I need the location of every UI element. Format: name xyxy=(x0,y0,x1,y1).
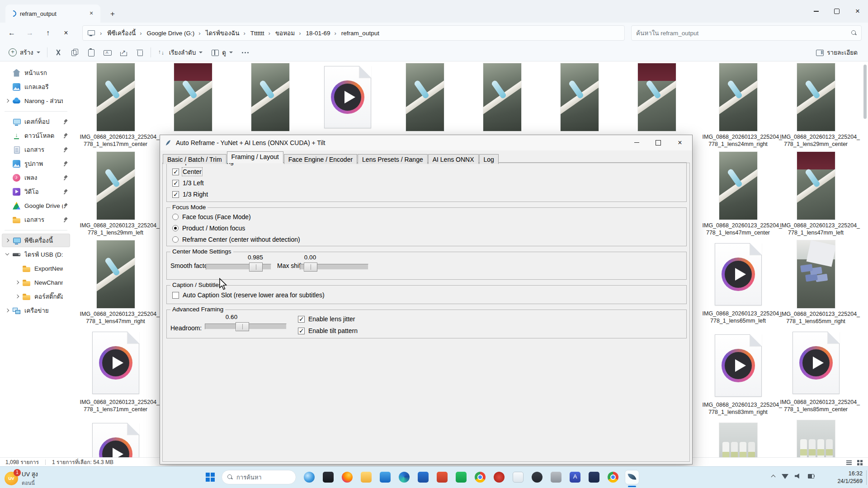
taskbar-weather-widget[interactable]: UV 1 UV สูง ตอนนี้ xyxy=(5,469,38,487)
dark-app-icon[interactable] xyxy=(321,470,335,484)
checkbox-box[interactable] xyxy=(172,292,179,299)
sidebar-item[interactable]: หน้าแรก xyxy=(2,66,70,80)
firefox-icon[interactable] xyxy=(340,470,354,484)
taskbar-search-input[interactable] xyxy=(236,474,286,481)
chevron-icon[interactable] xyxy=(5,98,10,103)
checkbox-box[interactable] xyxy=(172,180,179,187)
checkbox-one-third-left[interactable]: 1/3 Left xyxy=(172,179,204,187)
breadcrumb-item[interactable]: ขอหอม › xyxy=(273,26,302,40)
file-item[interactable]: IMG_0868_20260123_225204_ 778_1_lens83mm… xyxy=(699,334,777,423)
checkbox-enable-lens-jitter[interactable]: Enable lens jitter xyxy=(298,315,355,323)
radio-product-motion-focus[interactable]: Product / Motion focus xyxy=(172,225,245,232)
checkbox-box[interactable] xyxy=(298,316,305,323)
file-item[interactable]: IMG_0868_20260123_225204_ 778_1_lens47mm… xyxy=(77,240,154,329)
dialog-tab[interactable]: Face Engine / Encoder xyxy=(284,154,357,164)
vertical-scrollbar[interactable] xyxy=(863,63,867,456)
explorer-search-input[interactable] xyxy=(636,30,851,37)
volume-icon[interactable] xyxy=(795,473,802,479)
stop-refresh-button[interactable]: × xyxy=(58,25,74,41)
dialog-tab[interactable]: Lens Presets / Range xyxy=(358,154,428,164)
file-item[interactable]: IMG_0868_20260123_225204_ 778_1_lens65mm… xyxy=(699,243,777,332)
thumbnail-view-icon[interactable] xyxy=(856,459,863,466)
red-circle-app-icon[interactable] xyxy=(492,470,506,484)
new-tab-button[interactable]: + xyxy=(107,8,118,20)
new-button[interactable]: สร้าง xyxy=(5,45,44,60)
dialog-tab[interactable]: Framing / Layout xyxy=(227,151,283,163)
back-button[interactable]: ← xyxy=(4,25,20,41)
file-item[interactable] xyxy=(618,63,695,133)
file-item[interactable] xyxy=(231,63,309,133)
chevron-icon[interactable] xyxy=(14,280,20,285)
chevron-icon[interactable] xyxy=(5,308,10,313)
more-options-button[interactable] xyxy=(237,45,253,60)
document-app-icon[interactable] xyxy=(511,470,525,484)
wifi-icon[interactable] xyxy=(782,473,788,479)
dialog-close-button[interactable]: × xyxy=(670,136,689,149)
max-shift-slider[interactable] xyxy=(300,264,368,270)
explorer-search-box[interactable] xyxy=(631,25,862,41)
file-item[interactable] xyxy=(463,63,541,133)
cut-button[interactable] xyxy=(50,45,66,60)
smooth-factor-slider[interactable] xyxy=(206,264,271,270)
breadcrumb-item[interactable]: Ttttttt › xyxy=(248,28,272,38)
delete-button[interactable] xyxy=(132,45,148,60)
view-button[interactable]: ดู xyxy=(207,45,237,60)
chevron-icon[interactable] xyxy=(5,252,10,257)
sidebar-item[interactable]: Narong - ส่วนบุคคล xyxy=(2,94,70,108)
breadcrumb-item[interactable]: Google Drive (G:) › xyxy=(144,28,202,38)
radio-circle[interactable] xyxy=(172,214,179,220)
sidebar-item[interactable]: ExportNewChanel xyxy=(2,262,70,275)
dialog-tab[interactable]: Basic / Batch / Trim xyxy=(163,154,226,164)
dialog-titlebar[interactable]: Auto Reframe - YuNet + AI Lens (ONNX CUD… xyxy=(160,135,692,150)
headroom-slider[interactable] xyxy=(205,324,287,329)
file-item[interactable] xyxy=(309,63,386,133)
breadcrumb-item[interactable]: refram_output › xyxy=(339,28,382,38)
maximize-button[interactable] xyxy=(826,0,847,23)
store-icon[interactable] xyxy=(378,470,392,484)
file-item[interactable] xyxy=(541,63,618,133)
slider-handle[interactable] xyxy=(304,263,317,272)
breadcrumb[interactable]: › พีซีเครื่องนี้ › Google Drive (G:) › ไ… xyxy=(82,25,625,41)
python-feather-icon[interactable] xyxy=(625,470,639,484)
sidebar-item[interactable]: เดสก์ท็อป xyxy=(2,115,70,128)
pen-app-icon[interactable] xyxy=(549,470,563,484)
checkbox-one-third-right[interactable]: 1/3 Right xyxy=(172,191,208,198)
close-button[interactable]: × xyxy=(847,0,868,23)
sidebar-item[interactable]: วิดีโอ xyxy=(2,185,70,198)
dialog-tab[interactable]: AI Lens ONNX xyxy=(428,154,479,164)
battery-icon[interactable] xyxy=(808,473,815,479)
sidebar-item[interactable]: รูปภาพ xyxy=(2,157,70,170)
globe-app-icon[interactable] xyxy=(302,470,316,484)
explorer-folder-icon[interactable] xyxy=(359,470,373,484)
sidebar-item[interactable]: แกลเลอรี xyxy=(2,80,70,94)
edge-icon[interactable] xyxy=(397,470,411,484)
up-button[interactable]: ↑ xyxy=(40,25,56,41)
sort-button[interactable]: เรียงลำดับ xyxy=(154,45,207,60)
show-desktop-button[interactable] xyxy=(866,470,868,485)
file-item[interactable]: IMG_0868_20260123_225204_ 778_1_lens47mm… xyxy=(777,152,854,240)
minimize-button[interactable] xyxy=(806,0,826,23)
file-item[interactable]: IMG_0868_20260123_225204_ 778_1_lens17mm… xyxy=(77,63,154,152)
sidebar-item[interactable]: เอกสาร xyxy=(2,213,70,226)
sidebar-item[interactable]: เอกสาร xyxy=(2,143,70,156)
scrollbar-thumb[interactable] xyxy=(863,65,867,119)
details-pane-button[interactable]: รายละเอียด xyxy=(811,45,862,60)
radio-circle[interactable] xyxy=(172,236,179,243)
navy-app-icon[interactable] xyxy=(587,470,601,484)
sidebar-item[interactable]: พีซีเครื่องนี้ xyxy=(2,234,70,247)
start-button[interactable] xyxy=(204,471,216,483)
forward-button[interactable]: → xyxy=(22,25,38,41)
sidebar-item[interactable]: เครือข่าย xyxy=(2,304,70,317)
chrome-alt-icon[interactable] xyxy=(606,470,620,484)
line-icon[interactable] xyxy=(454,470,468,484)
chevron-icon[interactable] xyxy=(14,294,20,299)
sidebar-item[interactable]: Google Drive (G:) xyxy=(2,199,70,212)
checkbox-auto-caption-slot[interactable]: Auto Caption Slot (reserve lower area fo… xyxy=(172,291,325,299)
taskbar-clock[interactable]: 16:32 24/1/2569 xyxy=(837,470,863,485)
radio-reframe-center[interactable]: Reframe Center (center without detection… xyxy=(172,236,300,243)
settings-icon[interactable] xyxy=(530,470,544,484)
file-item[interactable]: IMG_0868_20260123_225204_ 778_1_lens24mm… xyxy=(699,63,777,152)
dialog-minimize-button[interactable] xyxy=(627,136,646,149)
checkbox-box[interactable] xyxy=(172,191,179,198)
chrome-icon[interactable] xyxy=(473,470,487,484)
